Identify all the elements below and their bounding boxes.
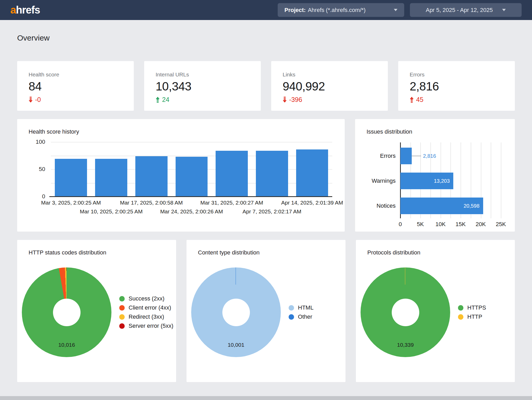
legend-item: Other [289, 313, 314, 320]
donut-chart-title: Content type distribution [187, 240, 345, 256]
donut-legend: HTMLOther [289, 302, 314, 323]
issues-distribution-card: Issues distribution ErrorsWarningsNotice… [355, 119, 515, 232]
legend-label: Server error (5xx) [129, 323, 173, 329]
bar [95, 159, 127, 196]
project-dropdown-label: Project: [284, 7, 306, 13]
kpi-card: Links 940,992 -396 [271, 61, 388, 111]
y-axis-tick-label: 50 [29, 166, 45, 173]
bar [176, 157, 208, 196]
kpi-delta-value: -396 [289, 96, 302, 103]
horizontal-scrollbar[interactable] [0, 396, 532, 400]
x-axis-tick-label: Apr 14, 2025, 2:01:39 AM [281, 200, 343, 206]
date-range-dropdown[interactable]: Apr 5, 2025 - Apr 12, 2025 [410, 3, 522, 17]
legend-label: Success (2xx) [129, 295, 164, 302]
bar: 13,203 [400, 173, 453, 189]
legend-color-dot [119, 305, 125, 311]
bar: 20,598 [400, 198, 483, 214]
kpi-delta: 24 [156, 96, 249, 103]
ahrefs-logo[interactable]: ahrefs [10, 4, 40, 16]
donut-hole [392, 299, 419, 326]
donut-chart-title: HTTP status codes distribution [17, 240, 176, 256]
date-range-value: Apr 5, 2025 - Apr 12, 2025 [426, 7, 493, 14]
x-axis-tick-label: 25K [496, 221, 506, 228]
x-axis-tick-label: Mar 3, 2025, 2:00:25 AM [41, 200, 101, 206]
donut-count-label: 10,339 [397, 342, 414, 348]
health-score-history-card: Health score history 050100Mar 3, 2025, … [17, 119, 345, 232]
x-axis-line [49, 196, 332, 197]
bar [256, 151, 288, 196]
x-axis-tick-label: Mar 17, 2025, 2:00:58 AM [120, 200, 183, 206]
legend-color-dot [119, 323, 125, 329]
x-axis-tick-label: 5K [417, 221, 424, 228]
donut-chart: 10,339 [361, 267, 450, 357]
health-score-history-title: Health score history [17, 119, 345, 135]
project-dropdown[interactable]: Project:Ahrefs (*.ahrefs.com/*) [278, 3, 404, 17]
kpi-card: Health score 84 -0 [17, 61, 134, 111]
bar-value-label: 13,203 [434, 173, 450, 189]
value-connector-line [412, 156, 421, 156]
donut-legend: HTTPSHTTP [458, 302, 486, 323]
delta-arrow-icon [410, 97, 414, 103]
legend-color-dot [289, 314, 294, 320]
chevron-down-icon [502, 9, 506, 11]
legend-color-dot [289, 305, 294, 311]
kpi-delta: -0 [29, 96, 122, 103]
navbar-controls: Project:Ahrefs (*.ahrefs.com/*) Apr 5, 2… [278, 3, 522, 17]
x-axis-labels: Mar 3, 2025, 2:00:25 AMMar 10, 2025, 2:0… [51, 200, 332, 220]
x-axis-tick-label: Apr 7, 2025, 2:02:17 AM [243, 208, 302, 215]
kpi-delta: 45 [410, 96, 503, 103]
legend-label: Redirect (3xx) [129, 313, 164, 320]
legend-color-dot [458, 305, 463, 311]
bar-value-label: 20,598 [464, 198, 480, 214]
charts-row: Health score history 050100Mar 3, 2025, … [17, 119, 515, 232]
donut-count-label: 10,016 [58, 342, 75, 348]
category-labels: ErrorsWarningsNotices [367, 142, 396, 218]
main-content: Overview Health score 84 -0 Internal URL… [0, 34, 532, 382]
page-title: Overview [17, 34, 515, 42]
kpi-card: Errors 2,816 45 [398, 61, 515, 111]
donut-chart-body: 10,016 Success (2xx)Client error (4xx)Re… [17, 267, 176, 357]
kpi-value: 10,343 [156, 79, 249, 93]
donut-count-label: 10,001 [228, 342, 244, 348]
legend-item: Client error (4xx) [119, 304, 173, 311]
x-axis-tick-label: Mar 24, 2025, 2:00:26 AM [160, 208, 223, 215]
kpi-value: 84 [29, 79, 122, 93]
y-axis-tick-label: 100 [29, 139, 45, 145]
category-label: Errors [367, 153, 396, 159]
donut-chart: 10,001 [191, 267, 281, 357]
bar [216, 151, 248, 196]
bar [55, 159, 87, 196]
donut-chart-title: Protocols distribution [356, 240, 515, 256]
kpi-value: 940,992 [283, 79, 376, 93]
category-label: Notices [367, 202, 396, 209]
legend-item: HTTPS [458, 304, 486, 311]
x-axis-tick-label: 0 [399, 221, 402, 228]
kpi-value: 2,816 [410, 79, 503, 93]
donut-chart-card: HTTP status codes distribution 10,016 Su… [17, 240, 176, 382]
kpi-delta-value: 24 [162, 96, 169, 103]
legend-label: HTTPS [467, 304, 486, 311]
bar [296, 149, 328, 196]
donut-chart-card: Protocols distribution 10,339 HTTPSHTTP [356, 240, 515, 382]
legend-item: HTML [289, 304, 314, 311]
kpi-delta-value: -0 [35, 96, 41, 103]
bar [400, 148, 412, 164]
issues-distribution-title: Issues distribution [355, 119, 515, 135]
project-dropdown-text: Project:Ahrefs (*.ahrefs.com/*) [284, 7, 365, 14]
legend-item: Redirect (3xx) [119, 313, 173, 320]
kpi-label: Errors [410, 71, 503, 78]
plot-area: 2,81613,20320,59805K10K15K20K25K [400, 142, 501, 218]
legend-label: Other [298, 313, 312, 320]
health-score-history-chart: 050100Mar 3, 2025, 2:00:25 AMMar 10, 202… [29, 142, 333, 222]
donut-chart-card: Content type distribution 10,001 HTMLOth… [187, 240, 345, 382]
legend-label: HTML [298, 304, 314, 311]
kpi-card: Internal URLs 10,343 24 [144, 61, 261, 111]
bar-value-label: 2,816 [423, 153, 436, 159]
donut-chart-body: 10,339 HTTPSHTTP [356, 267, 515, 357]
donut-chart-body: 10,001 HTMLOther [187, 267, 345, 357]
donut-hole [222, 299, 250, 326]
x-axis-tick-label: Mar 10, 2025, 2:00:25 AM [80, 208, 143, 215]
bars-area [51, 142, 332, 196]
bar [135, 156, 168, 196]
kpi-delta-value: 45 [416, 96, 423, 103]
